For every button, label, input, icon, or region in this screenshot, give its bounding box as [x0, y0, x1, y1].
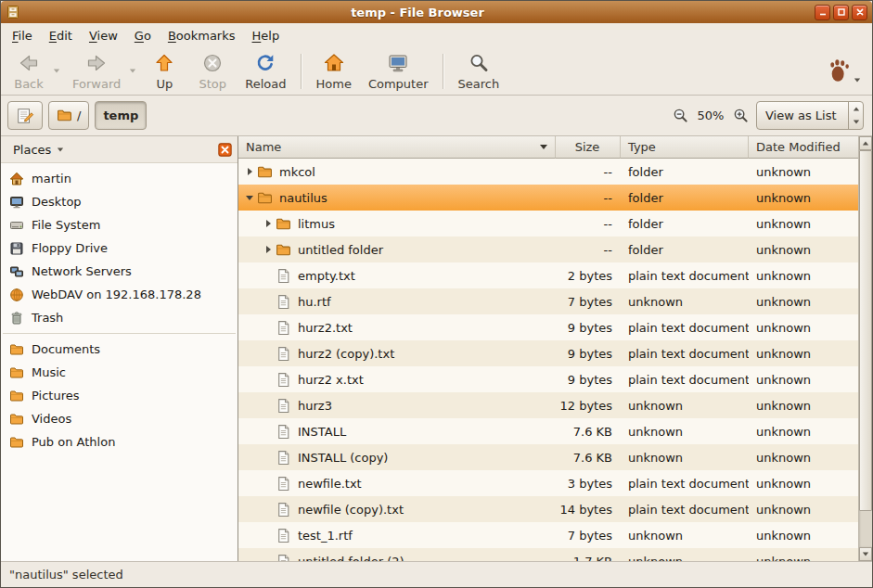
- file-row-empty-txt[interactable]: empty.txt2 bytesplain text documentunkno…: [238, 262, 858, 288]
- type-cell-text: folder: [628, 191, 663, 205]
- file-name: INSTALL: [298, 425, 346, 439]
- size-cell-text: 3 bytes: [568, 477, 612, 491]
- column-header-name[interactable]: Name: [238, 136, 556, 159]
- sidebar-item-label: Network Servers: [32, 264, 132, 278]
- file-row-hurz3[interactable]: hurz312 bytesunknownunknown: [238, 392, 858, 418]
- expander-collapsed[interactable]: [261, 246, 276, 253]
- file-row-newfile-copy-txt[interactable]: newfile (copy).txt14 bytesplain text doc…: [238, 496, 858, 522]
- expander-expanded[interactable]: [242, 196, 257, 200]
- folder-icon: [257, 164, 273, 180]
- sidebar-item-desktop[interactable]: Desktop: [1, 190, 238, 213]
- sidebar-mode-select[interactable]: Places: [6, 140, 71, 160]
- stop-button: Stop: [188, 49, 237, 94]
- current-path-button[interactable]: temp: [95, 101, 147, 130]
- sidebar-item-floppy-drive[interactable]: Floppy Drive: [1, 236, 238, 260]
- spinner-up[interactable]: [849, 102, 863, 116]
- minimize-button[interactable]: [815, 5, 830, 20]
- menu-file[interactable]: File: [4, 26, 41, 45]
- file-row-install-copy[interactable]: INSTALL (copy)7.6 KBunknownunknown: [238, 444, 858, 470]
- gnome-logo-button[interactable]: [825, 56, 868, 86]
- vertical-scrollbar[interactable]: [858, 136, 872, 561]
- toggle-location-entry-button[interactable]: [7, 101, 43, 130]
- column-header-label: Date Modified: [756, 140, 841, 154]
- list-view: NameSizeTypeDate Modified mkcol--folderu…: [238, 136, 858, 561]
- file-row-install[interactable]: INSTALL7.6 KBunknownunknown: [238, 418, 858, 444]
- expander-collapsed[interactable]: [261, 220, 276, 227]
- date-modified-cell: unknown: [749, 340, 858, 366]
- file-name: untitled folder (2): [298, 555, 404, 562]
- sidebar-item-file-system[interactable]: File System: [1, 213, 238, 236]
- size-cell-text: 7 bytes: [568, 295, 612, 309]
- file-name: litmus: [298, 217, 335, 231]
- sidebar-close-button[interactable]: [218, 143, 232, 157]
- scroll-down-button[interactable]: [859, 547, 872, 561]
- view-mode-spinner[interactable]: [848, 102, 863, 129]
- sidebar-item-webdav-on-192-168-178-28[interactable]: WebDAV on 192.168.178.28: [1, 283, 238, 306]
- root-path-button[interactable]: /: [48, 101, 89, 130]
- file-row-test-1-rtf[interactable]: test_1.rtf7 bytesunknownunknown: [238, 522, 858, 548]
- menu-go[interactable]: Go: [126, 26, 160, 45]
- type-cell-text: unknown: [628, 399, 683, 413]
- scroll-up-button[interactable]: [859, 136, 872, 150]
- zoom-in-button[interactable]: [731, 106, 751, 125]
- file-row-hurz2-txt[interactable]: hurz2.txt9 bytesplain text documentunkno…: [238, 314, 858, 340]
- column-header-type[interactable]: Type: [621, 136, 749, 159]
- up-button[interactable]: Up: [140, 49, 188, 94]
- menu-edit[interactable]: Edit: [41, 26, 81, 45]
- sidebar-item-trash[interactable]: Trash: [1, 306, 238, 329]
- toolbar-separator: [301, 54, 302, 89]
- file-row-untitled-folder-2[interactable]: untitled folder (2)1.7 KBunknownunknown: [238, 548, 858, 561]
- file-row-litmus[interactable]: litmus--folderunknown: [238, 211, 858, 236]
- file-row-hu-rtf[interactable]: hu.rtf7 bytesunknownunknown: [238, 288, 858, 314]
- file-row-nautilus[interactable]: nautilus--folderunknown: [238, 185, 858, 211]
- file-row-newfile-txt[interactable]: newfile.txt3 bytesplain text documentunk…: [238, 470, 858, 496]
- sidebar-item-label: Pub on Athlon: [32, 435, 115, 449]
- scrollbar-thumb[interactable]: [859, 150, 872, 511]
- menu-view[interactable]: View: [81, 26, 126, 45]
- file-row-mkcol[interactable]: mkcol--folderunknown: [238, 159, 858, 185]
- size-cell: 7.6 KB: [556, 444, 621, 470]
- file-row-hurz2-x-txt[interactable]: hurz2 x.txt9 bytesplain text documentunk…: [238, 366, 858, 392]
- type-cell: plain text document: [621, 314, 749, 340]
- expander-collapsed[interactable]: [242, 168, 257, 175]
- folder-icon: [276, 242, 291, 258]
- date-modified-cell: unknown: [749, 418, 858, 444]
- sidebar-item-videos[interactable]: Videos: [1, 407, 238, 430]
- spinner-down[interactable]: [849, 116, 863, 130]
- sidebar-item-documents[interactable]: Documents: [1, 338, 238, 361]
- menu-bookmarks[interactable]: Bookmarks: [160, 26, 244, 45]
- zoom-out-button[interactable]: [671, 106, 690, 125]
- close-button[interactable]: [852, 5, 867, 20]
- home-label: Home: [316, 77, 352, 91]
- file-row-untitled-folder[interactable]: untitled folder--folderunknown: [238, 236, 858, 262]
- sidebar-item-network-servers[interactable]: Network Servers: [1, 260, 238, 283]
- file-name: hurz3: [298, 399, 332, 413]
- file-name: hurz2 (copy).txt: [298, 347, 394, 361]
- sidebar-item-music[interactable]: Music: [1, 361, 238, 384]
- search-button[interactable]: Search: [450, 49, 508, 94]
- desktop-icon: [9, 195, 24, 210]
- size-cell: 12 bytes: [556, 392, 621, 418]
- sidebar-item-pictures[interactable]: Pictures: [1, 384, 238, 407]
- sidebar-item-label: Pictures: [32, 389, 79, 403]
- home-button[interactable]: Home: [308, 49, 360, 94]
- edit-location-icon: [16, 107, 34, 125]
- type-cell-text: folder: [628, 217, 663, 231]
- sidebar-item-martin[interactable]: martin: [1, 167, 238, 190]
- sidebar-item-label: Floppy Drive: [32, 241, 108, 255]
- trash-icon: [9, 311, 24, 326]
- menu-help[interactable]: Help: [244, 26, 289, 45]
- scrollbar-trough[interactable]: [859, 150, 872, 547]
- maximize-button[interactable]: [833, 5, 849, 20]
- name-cell: hurz2 x.txt: [238, 366, 556, 392]
- column-header-size[interactable]: Size: [556, 136, 621, 159]
- reload-button[interactable]: Reload: [237, 49, 294, 94]
- date-modified-cell-text: unknown: [756, 295, 811, 309]
- sidebar-item-pub-on-athlon[interactable]: Pub on Athlon: [1, 430, 238, 454]
- titlebar[interactable]: temp - File Browser: [1, 1, 872, 23]
- computer-button[interactable]: Computer: [360, 49, 437, 94]
- column-header-date-modified[interactable]: Date Modified: [749, 136, 860, 159]
- chevron-down-icon: [54, 70, 59, 73]
- view-mode-select[interactable]: View as List: [756, 101, 864, 130]
- file-row-hurz2-copy-txt[interactable]: hurz2 (copy).txt9 bytesplain text docume…: [238, 340, 858, 366]
